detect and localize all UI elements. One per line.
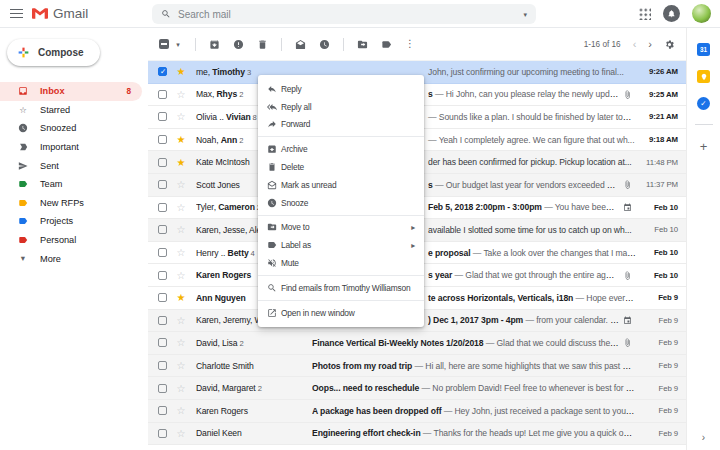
row-checkbox[interactable] (158, 135, 167, 144)
delete-button[interactable] (257, 39, 268, 50)
more-options-button[interactable]: ⋮ (405, 39, 415, 49)
search-bar[interactable]: ▾ (152, 4, 536, 24)
notifications-bell-icon[interactable] (663, 5, 680, 22)
row-checkbox[interactable] (158, 248, 167, 257)
email-row[interactable]: ☆Karen RogersA package has been dropped … (148, 400, 686, 423)
row-checkbox[interactable] (158, 112, 167, 121)
row-checkbox[interactable] (158, 361, 167, 370)
star-toggle[interactable]: ★ (173, 66, 189, 77)
row-checkbox[interactable] (158, 271, 167, 280)
star-toggle[interactable]: ☆ (173, 179, 189, 190)
menu-item-reply[interactable]: Reply (258, 80, 424, 98)
message-count: 2 (256, 384, 262, 393)
menu-item-label: Open in new window (281, 308, 355, 318)
report-spam-button[interactable] (233, 39, 244, 50)
row-checkbox[interactable] (158, 316, 167, 325)
row-checkbox[interactable] (158, 338, 167, 347)
email-row[interactable]: ☆David, Margaret 2Oops... need to resche… (148, 377, 686, 400)
search-input[interactable] (178, 9, 516, 20)
row-checkbox[interactable] (158, 384, 167, 393)
open-new-icon (267, 308, 277, 318)
delete-icon (267, 162, 277, 172)
row-checkbox[interactable] (158, 90, 167, 99)
row-checkbox[interactable] (158, 203, 167, 212)
move-to-button[interactable] (357, 39, 368, 50)
star-toggle[interactable]: ☆ (173, 337, 189, 348)
email-row[interactable]: ☆Charlotte SmithPhotos from my road trip… (148, 355, 686, 378)
email-row[interactable]: ☆David, Lisa 2Finance Vertical Bi-Weekly… (148, 332, 686, 355)
menu-item-archive[interactable]: Archive (258, 140, 424, 158)
row-checkbox[interactable] (158, 429, 167, 438)
get-addons-icon[interactable]: + (700, 139, 708, 154)
snooze-icon (319, 39, 330, 50)
row-checkbox[interactable] (158, 67, 167, 76)
row-checkbox[interactable] (158, 158, 167, 167)
search-options-caret-icon[interactable]: ▾ (523, 11, 527, 18)
star-toggle[interactable]: ★ (173, 292, 189, 303)
sender-names: David, Lisa 2 (196, 338, 312, 348)
menu-item-open-in-new-window[interactable]: Open in new window (258, 304, 424, 322)
star-toggle[interactable]: ☆ (173, 224, 189, 235)
keep-icon[interactable] (697, 70, 710, 83)
star-toggle[interactable]: ★ (173, 134, 189, 145)
attachment-paperclip-icon (623, 338, 632, 347)
menu-item-move-to[interactable]: Move to▸ (258, 219, 424, 237)
star-toggle[interactable]: ☆ (173, 202, 189, 213)
menu-item-find-emails-from-timothy-williamson[interactable]: Find emails from Timothy Williamson (258, 279, 424, 297)
menu-item-mute[interactable]: Mute (258, 254, 424, 272)
menu-item-mark-as-unread[interactable]: Mark as unread (258, 176, 424, 194)
compose-button[interactable]: Compose (7, 39, 100, 66)
star-toggle[interactable]: ☆ (173, 89, 189, 100)
row-checkbox[interactable] (158, 225, 167, 234)
user-avatar[interactable] (692, 4, 711, 23)
sidebar-item-snoozed[interactable]: Snoozed (0, 119, 142, 138)
side-panel-rail: 31✓+› (686, 28, 720, 450)
reply-all-icon (267, 102, 277, 112)
settings-button[interactable] (664, 39, 675, 50)
menu-item-reply-all[interactable]: Reply all (258, 98, 424, 116)
google-apps-icon[interactable] (638, 7, 651, 20)
mark-read-button[interactable] (295, 39, 306, 50)
sidebar-item-important[interactable]: Important (0, 138, 142, 157)
star-toggle[interactable]: ☆ (173, 270, 189, 281)
sidebar-item-projects[interactable]: Projects (0, 212, 142, 231)
row-checkbox[interactable] (158, 293, 167, 302)
sidebar-item-more[interactable]: ▾More (0, 249, 142, 268)
menu-item-delete[interactable]: Delete (258, 158, 424, 176)
row-checkbox[interactable] (158, 180, 167, 189)
older-page-button[interactable]: › (648, 39, 652, 50)
select-all-checkbox[interactable] (159, 39, 169, 49)
archive-button[interactable] (209, 39, 220, 50)
tasks-icon[interactable]: ✓ (697, 97, 710, 110)
collapse-panel-chevron-icon[interactable]: › (702, 432, 705, 443)
sidebar-item-personal[interactable]: Personal (0, 231, 142, 250)
sidebar-item-starred[interactable]: ☆Starred (0, 101, 142, 120)
email-row[interactable]: ☆Daniel KeenEngineering effort check-in … (148, 423, 686, 446)
star-toggle[interactable]: ☆ (173, 247, 189, 258)
attachment-paperclip-icon (623, 271, 632, 280)
newer-page-button[interactable]: ‹ (633, 39, 637, 50)
label-button[interactable] (381, 39, 392, 50)
report-spam-icon (233, 39, 244, 50)
star-toggle[interactable]: ☆ (173, 428, 189, 439)
menu-item-forward[interactable]: Forward (258, 116, 424, 134)
star-toggle[interactable]: ☆ (173, 360, 189, 371)
star-toggle[interactable]: ☆ (173, 315, 189, 326)
menu-item-snooze[interactable]: Snooze (258, 194, 424, 212)
calendar-icon[interactable]: 31 (697, 43, 710, 56)
toolbar-divider (195, 38, 196, 51)
snooze-button[interactable] (319, 39, 330, 50)
sidebar-item-sent[interactable]: Sent (0, 156, 142, 175)
star-toggle[interactable]: ☆ (173, 405, 189, 416)
sidebar-item-team[interactable]: Team (0, 175, 142, 194)
hamburger-menu-icon[interactable] (0, 0, 32, 28)
chevron-left-icon: ‹ (633, 39, 637, 50)
star-toggle[interactable]: ☆ (173, 111, 189, 122)
sidebar-item-new-rfps[interactable]: New RFPs (0, 194, 142, 213)
row-checkbox[interactable] (158, 406, 167, 415)
sidebar-item-inbox[interactable]: Inbox8 (0, 82, 142, 101)
star-toggle[interactable]: ☆ (173, 383, 189, 394)
menu-item-label-as[interactable]: Label as▸ (258, 236, 424, 254)
sidebar-nav: Inbox8☆StarredSnoozedImportantSentTeamNe… (0, 82, 148, 268)
star-toggle[interactable]: ★ (173, 157, 189, 168)
